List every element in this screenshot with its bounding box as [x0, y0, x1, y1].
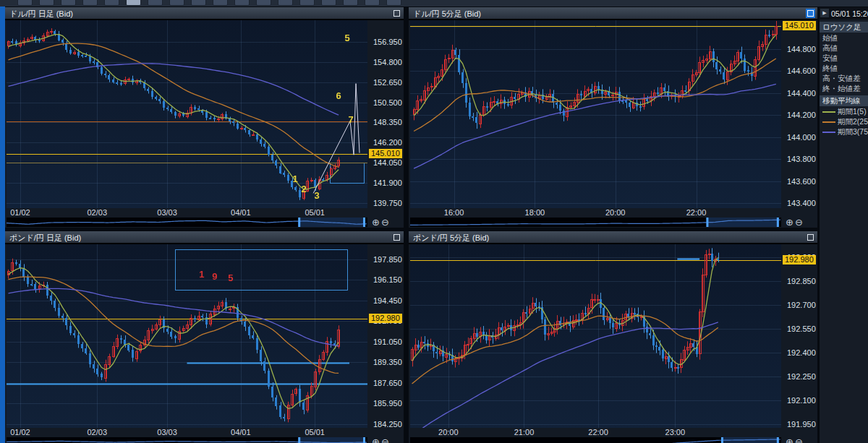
maximize-icon[interactable]: [807, 10, 814, 17]
sidebar-section-title[interactable]: ロウソク足: [820, 22, 868, 33]
navigator-canvas[interactable]: [410, 437, 781, 443]
window-left-edge: [0, 7, 5, 443]
current-price-tag: 192.980: [369, 314, 402, 323]
panel-title: ドル/円 日足 (Bid): [9, 9, 73, 20]
toolbar-button[interactable]: [169, 0, 184, 6]
toolbar-button[interactable]: [386, 0, 401, 6]
chart-panel-gbpjpy-5min: ポンド/円 5分足 (Bid) 193.000192.850192.700192…: [409, 231, 817, 443]
toolbar-button[interactable]: [299, 0, 315, 6]
y-axis-label: 143.800: [787, 155, 816, 163]
x-axis-label: 16:00: [438, 208, 470, 217]
settings-sidebar: ▶ 05/01 15:20 ロウソク足始値高値安値終値高・安値差終・始値差移動平…: [820, 7, 868, 443]
x-axis-label: 02/03: [81, 428, 113, 436]
y-axis: 193.000192.850192.700192.550192.400192.2…: [781, 244, 816, 428]
price-chart-canvas[interactable]: [7, 20, 367, 208]
y-axis-label: 196.150: [373, 275, 402, 284]
y-axis-label: 194.450: [373, 296, 402, 305]
sidebar-item: 期間1(5): [820, 106, 868, 116]
maximize-icon[interactable]: [393, 234, 400, 241]
y-axis-label: 184.250: [373, 420, 402, 429]
y-axis-label: 192.700: [787, 301, 816, 309]
sidebar-item: 始値: [820, 33, 868, 43]
y-axis-label: 192.550: [787, 324, 816, 333]
x-axis: 01/0202/0303/0304/0105/01: [7, 428, 367, 436]
zoom-controls: ⊕⊖: [786, 217, 804, 228]
x-axis-label: 21:00: [508, 428, 540, 436]
sidebar-item: 高値: [820, 43, 868, 53]
price-chart-canvas[interactable]: [7, 244, 367, 428]
x-axis-label: 04/01: [225, 428, 257, 436]
toolbar-button[interactable]: [61, 0, 76, 6]
y-axis-label: 144.000: [787, 133, 816, 142]
y-axis: 156.950154.800152.650150.500148.350146.2…: [367, 20, 402, 208]
y-axis-label: 191.950: [787, 420, 816, 429]
collapse-icon[interactable]: ▶: [820, 9, 829, 17]
toolbar-button[interactable]: [104, 0, 119, 6]
toolbar-button[interactable]: [234, 0, 250, 6]
zoom-in-icon[interactable]: ⊕: [786, 436, 795, 443]
price-chart-canvas[interactable]: [410, 20, 781, 208]
y-axis-label: 191.050: [373, 337, 402, 346]
toolbar-button[interactable]: [343, 0, 358, 6]
maximize-icon[interactable]: [807, 234, 814, 241]
maximize-icon[interactable]: [393, 10, 400, 17]
toolbar-button[interactable]: [126, 0, 141, 6]
sidebar-item: 終値: [820, 63, 868, 73]
zoom-controls: ⊕⊖: [372, 436, 391, 443]
toolbar-button[interactable]: [17, 0, 33, 6]
panel-titlebar[interactable]: ポンド/円 日足 (Bid): [5, 231, 404, 244]
navigator-canvas[interactable]: [7, 218, 367, 227]
toolbar-button[interactable]: [148, 0, 163, 6]
price-chart-canvas[interactable]: [410, 244, 781, 428]
zoom-in-icon[interactable]: ⊕: [786, 217, 795, 228]
panel-titlebar[interactable]: ドル/円 日足 (Bid): [5, 7, 404, 20]
y-axis-label: 197.850: [373, 255, 402, 264]
app-window: ドル/円 日足 (Bid) 156.950154.800152.650150.5…: [0, 0, 868, 443]
ma-line-swatch: [822, 121, 835, 123]
navigator-canvas[interactable]: [410, 218, 781, 227]
x-axis-label: 05/01: [299, 428, 331, 436]
y-axis-label: 192.250: [787, 372, 816, 381]
x-axis-label: 22:00: [582, 428, 614, 436]
zoom-controls: ⊕⊖: [372, 217, 391, 228]
y-axis-label: 192.400: [787, 348, 816, 357]
toolbar-button[interactable]: [39, 0, 54, 6]
y-axis: 145.000144.800144.600144.400144.200144.0…: [781, 20, 816, 208]
sidebar-section-title[interactable]: 移動平均線: [820, 95, 868, 106]
panel-titlebar[interactable]: ドル/円 5分足 (Bid): [409, 7, 817, 20]
toolbar-button[interactable]: [278, 0, 293, 6]
x-axis-label: 01/02: [4, 208, 36, 217]
zoom-in-icon[interactable]: ⊕: [372, 436, 381, 443]
zoom-out-icon[interactable]: ⊖: [381, 436, 391, 443]
x-axis-label: 05/01: [299, 208, 331, 217]
y-axis-label: 144.200: [787, 111, 816, 119]
x-axis-label: 18:00: [519, 208, 550, 217]
y-axis-label: 144.050: [373, 158, 402, 167]
y-axis-label: 144.400: [787, 89, 816, 98]
y-axis-label: 192.100: [787, 396, 816, 405]
toolbar-button[interactable]: [365, 0, 380, 6]
zoom-out-icon[interactable]: ⊖: [795, 436, 804, 443]
toolbar-button[interactable]: [191, 0, 206, 6]
toolbar-button[interactable]: [256, 0, 271, 6]
zoom-out-icon[interactable]: ⊖: [795, 217, 804, 228]
zoom-in-icon[interactable]: ⊕: [372, 217, 381, 228]
toolbar-button[interactable]: [213, 0, 228, 6]
y-axis-label: 144.800: [787, 45, 816, 53]
x-axis-label: 04/01: [225, 208, 257, 217]
navigator-canvas[interactable]: [7, 437, 367, 443]
y-axis-label: 144.600: [787, 66, 816, 75]
x-axis-label: 03/03: [151, 208, 183, 217]
panel-titlebar[interactable]: ポンド/円 5分足 (Bid): [409, 231, 817, 244]
x-axis-label: 20:00: [600, 208, 631, 217]
current-price-tag: 145.010: [783, 21, 816, 30]
sidebar-header: ▶ 05/01 15:20: [820, 7, 868, 20]
y-axis-label: 185.950: [373, 399, 402, 408]
y-axis-label: 148.350: [373, 118, 402, 126]
toolbar-button[interactable]: [321, 0, 336, 6]
y-axis-label: 192.850: [787, 277, 816, 285]
toolbar-button[interactable]: [82, 0, 98, 6]
y-axis-label: 187.650: [373, 379, 402, 387]
chart-panel-usdjpy-daily: ドル/円 日足 (Bid) 156.950154.800152.650150.5…: [5, 7, 404, 228]
zoom-out-icon[interactable]: ⊖: [381, 217, 391, 228]
